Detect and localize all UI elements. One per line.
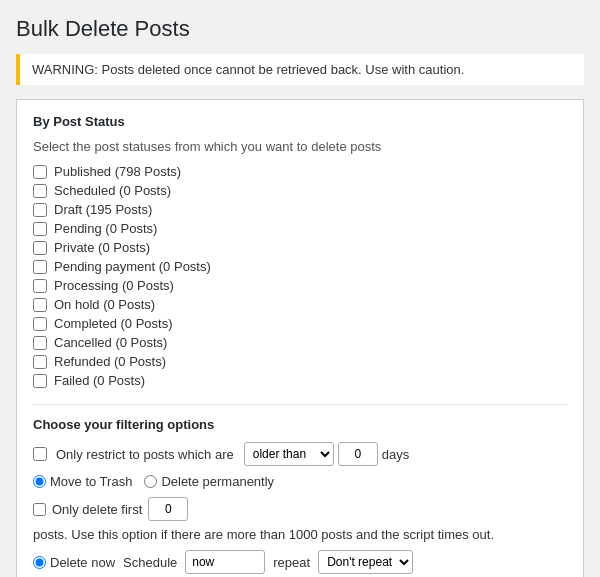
only-delete-row: Only delete first posts. Use this option… [33,497,567,542]
delete-permanently-label[interactable]: Delete permanently [144,474,274,489]
status-list-item: Processing (0 Posts) [33,278,567,293]
status-checkbox-11[interactable] [33,374,47,388]
delete-permanently-radio[interactable] [144,475,157,488]
page-wrapper: Bulk Delete Posts WARNING: Posts deleted… [0,0,600,577]
schedule-text: Schedule [123,555,177,570]
status-label-6[interactable]: Processing (0 Posts) [54,278,174,293]
warning-box: WARNING: Posts deleted once cannot be re… [16,54,584,85]
move-to-trash-label[interactable]: Move to Trash [33,474,132,489]
status-checkbox-9[interactable] [33,336,47,350]
status-list-item: Refunded (0 Posts) [33,354,567,369]
status-label-9[interactable]: Cancelled (0 Posts) [54,335,167,350]
status-list-item: On hold (0 Posts) [33,297,567,312]
status-list-item: Draft (195 Posts) [33,202,567,217]
status-checkbox-3[interactable] [33,222,47,236]
schedule-input[interactable] [185,550,265,574]
restrict-row: Only restrict to posts which are older t… [33,442,567,466]
move-to-trash-radio[interactable] [33,475,46,488]
divider [33,404,567,405]
filtering-title: Choose your filtering options [33,417,567,432]
only-delete-first-label[interactable]: Only delete first [52,502,142,517]
delete-now-radio[interactable] [33,556,46,569]
page-title: Bulk Delete Posts [16,16,584,42]
by-post-status-title: By Post Status [33,114,567,129]
status-list-item: Scheduled (0 Posts) [33,183,567,198]
status-checkbox-0[interactable] [33,165,47,179]
status-checkbox-5[interactable] [33,260,47,274]
only-delete-checkbox[interactable] [33,503,46,516]
days-input[interactable] [338,442,378,466]
status-label-3[interactable]: Pending (0 Posts) [54,221,157,236]
status-label-8[interactable]: Completed (0 Posts) [54,316,173,331]
status-list-item: Completed (0 Posts) [33,316,567,331]
status-checkbox-2[interactable] [33,203,47,217]
status-list-item: Failed (0 Posts) [33,373,567,388]
status-checkbox-8[interactable] [33,317,47,331]
status-list-item: Private (0 Posts) [33,240,567,255]
schedule-row: Delete now Schedule repeat Don't repeatE… [33,550,567,577]
status-label-5[interactable]: Pending payment (0 Posts) [54,259,211,274]
status-checkbox-4[interactable] [33,241,47,255]
status-checkbox-1[interactable] [33,184,47,198]
status-label-7[interactable]: On hold (0 Posts) [54,297,155,312]
days-label: days [382,447,409,462]
status-list-item: Cancelled (0 Posts) [33,335,567,350]
main-card: By Post Status Select the post statuses … [16,99,584,577]
status-label-1[interactable]: Scheduled (0 Posts) [54,183,171,198]
post-status-desc: Select the post statuses from which you … [33,139,567,154]
status-list-item: Published (798 Posts) [33,164,567,179]
restrict-checkbox[interactable] [33,447,47,461]
only-delete-input[interactable] [148,497,188,521]
status-label-0[interactable]: Published (798 Posts) [54,164,181,179]
restrict-label[interactable]: Only restrict to posts which are [56,447,234,462]
only-delete-suffix: posts. Use this option if there are more… [33,527,494,542]
trash-delete-row: Move to Trash Delete permanently [33,474,567,489]
status-checkbox-7[interactable] [33,298,47,312]
status-label-11[interactable]: Failed (0 Posts) [54,373,145,388]
status-label-4[interactable]: Private (0 Posts) [54,240,150,255]
status-list-item: Pending (0 Posts) [33,221,567,236]
status-list: Published (798 Posts)Scheduled (0 Posts)… [33,164,567,388]
restrict-select[interactable]: older thannewer than [244,442,334,466]
delete-now-label[interactable]: Delete now [33,555,115,570]
status-label-10[interactable]: Refunded (0 Posts) [54,354,166,369]
repeat-label: repeat [273,555,310,570]
status-checkbox-6[interactable] [33,279,47,293]
status-checkbox-10[interactable] [33,355,47,369]
repeat-select[interactable]: Don't repeatEvery hourEvery dayEvery wee… [318,550,413,574]
status-list-item: Pending payment (0 Posts) [33,259,567,274]
status-label-2[interactable]: Draft (195 Posts) [54,202,152,217]
warning-text: WARNING: Posts deleted once cannot be re… [32,62,464,77]
